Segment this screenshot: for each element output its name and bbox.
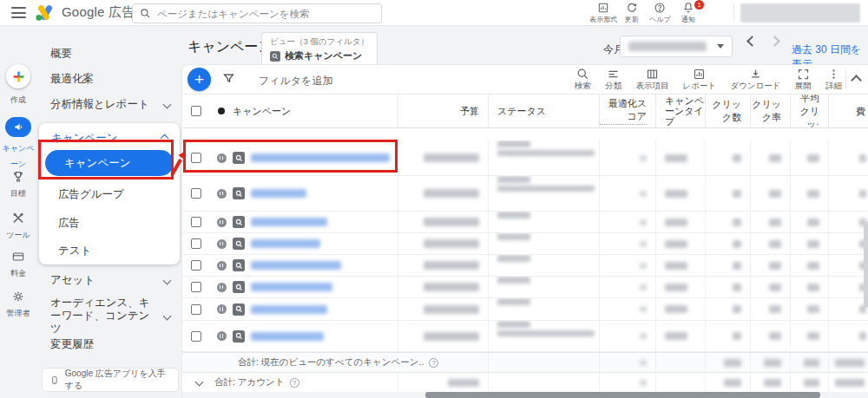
search-table-button[interactable]: 検索: [575, 66, 591, 92]
campaigns-table-card: + フィルタを追加 検索 分類 表示項目: [182, 65, 868, 398]
row-checkbox[interactable]: [191, 188, 201, 199]
page-title: キャンペーン: [187, 38, 273, 56]
vertical-scrollbar-thumb[interactable]: [864, 221, 868, 308]
row-checkbox[interactable]: [191, 153, 201, 163]
rail-admin[interactable]: 管理者: [0, 290, 36, 319]
sidebar-item-assets[interactable]: アセット: [50, 273, 182, 288]
refresh-button[interactable]: 更新: [619, 2, 645, 25]
redacted-avg-cpc: [807, 190, 819, 198]
search-campaign-icon: [233, 216, 245, 228]
campaign-name-redacted[interactable]: [251, 218, 327, 226]
collapse-toolbar-icon[interactable]: [851, 75, 862, 86]
sidebar-item-campaigns-selected[interactable]: キャンペーン: [45, 150, 174, 176]
help-button[interactable]: ヘルプ: [647, 2, 673, 25]
totals-account-row: 合計: アカウント?: [182, 372, 868, 392]
search-icon: [140, 8, 151, 19]
col-clicks[interactable]: クリック数: [705, 95, 750, 127]
col-opt-score[interactable]: 最適化スコア: [599, 95, 655, 127]
campaign-name-redacted[interactable]: [251, 305, 327, 314]
expand-button[interactable]: 展開: [795, 66, 812, 92]
col-status[interactable]: ステータス: [488, 95, 599, 127]
sidebar-item-experiments[interactable]: テスト: [58, 244, 91, 258]
row-checkbox[interactable]: [191, 304, 201, 315]
sidebar-item-audiences[interactable]: オーディエンス、キーワード、コンテンツ: [50, 297, 182, 336]
redacted-optscore: [640, 333, 647, 339]
campaign-name-redacted[interactable]: [251, 239, 320, 248]
sidebar-item-change-history[interactable]: 変更履歴: [50, 337, 182, 352]
col-campaign-type[interactable]: キャンペーンタイプ: [655, 95, 705, 127]
rail-goals[interactable]: 目標: [0, 170, 36, 199]
sidebar-item-ad-groups[interactable]: 広告グループ: [58, 187, 124, 202]
search-campaign-icon: [233, 259, 245, 271]
campaign-name-redacted[interactable]: [251, 153, 390, 162]
ads-triangle-icon: [35, 3, 56, 22]
col-ctr[interactable]: クリック率: [750, 95, 790, 127]
more-button[interactable]: 詳細: [825, 66, 842, 92]
redacted-ctr: [769, 305, 781, 313]
chevron-down-icon[interactable]: [195, 377, 204, 386]
campaign-name-redacted[interactable]: [251, 283, 332, 291]
col-budget[interactable]: 予算: [398, 95, 488, 127]
budget-cell: [398, 298, 488, 320]
col-avg-cpc[interactable]: 平均クリッ·: [790, 95, 828, 127]
table-gap: [182, 128, 868, 140]
menu-icon[interactable]: [11, 7, 26, 18]
account-info-redacted[interactable]: [740, 3, 860, 23]
segment-button[interactable]: 分類: [605, 66, 621, 92]
campaign-name-redacted[interactable]: [251, 189, 306, 198]
redacted-budget: [424, 218, 479, 226]
horizontal-scrollbar-thumb[interactable]: [425, 392, 820, 398]
row-checkbox[interactable]: [191, 217, 201, 227]
global-search[interactable]: [132, 3, 382, 23]
avg-cpc-cell: [790, 277, 828, 297]
col-campaign[interactable]: キャンペーン: [233, 95, 398, 127]
segment-icon: [607, 68, 620, 81]
row-checkbox[interactable]: [191, 238, 201, 249]
rail-campaigns-active[interactable]: [5, 117, 31, 137]
redacted-clicks: [733, 154, 741, 162]
sidebar-item-campaigns-parent[interactable]: キャンペーン: [51, 131, 168, 146]
report-button[interactable]: レポート: [683, 66, 717, 92]
redacted-type: [665, 219, 687, 226]
ctr-cell: [750, 176, 790, 211]
date-range-selector[interactable]: [620, 36, 733, 57]
select-all-checkbox[interactable]: [191, 106, 201, 116]
sidebar-item-ads[interactable]: 広告: [58, 216, 80, 231]
redacted-budget: [424, 189, 479, 198]
row-checkbox[interactable]: [191, 282, 201, 292]
help-icon[interactable]: ?: [429, 358, 438, 368]
get-app-promo[interactable]: Google 広告アプリを入手する: [42, 368, 179, 392]
campaign-name-redacted[interactable]: [251, 332, 324, 341]
paused-status-icon: [217, 304, 227, 314]
sidebar-item-insights[interactable]: 分析情報とレポート: [50, 97, 182, 112]
previous-period-button[interactable]: [746, 36, 758, 47]
columns-button[interactable]: 表示項目: [635, 66, 668, 92]
next-period-button[interactable]: [769, 36, 780, 47]
appearance-button[interactable]: 表示形式: [590, 2, 616, 25]
create-button[interactable]: [6, 64, 30, 88]
notifications-button[interactable]: 1 通知: [675, 2, 701, 25]
redacted-clicks: [724, 379, 741, 387]
chevron-down-icon: [163, 101, 172, 109]
columns-icon: [646, 68, 659, 81]
view-filter-chip[interactable]: ビュー（3 個のフィルタ） 検索キャンペーン: [261, 32, 378, 68]
redacted-status: [497, 298, 530, 305]
sidebar-item-recommendations[interactable]: 最適化案: [50, 72, 182, 87]
rail-tools[interactable]: ツール: [0, 212, 36, 241]
optscore-cell: [599, 233, 655, 254]
sidebar-item-overview[interactable]: 概要: [50, 47, 182, 62]
campaign-cell: [233, 212, 398, 232]
row-checkbox[interactable]: [191, 331, 201, 342]
campaign-name-redacted[interactable]: [251, 261, 341, 270]
help-icon[interactable]: ?: [290, 378, 299, 388]
campaigns-flyout-card: キャンペーン キャンペーン 広告グループ 広告 テスト: [39, 123, 180, 264]
global-search-input[interactable]: [157, 9, 374, 19]
add-filter-button[interactable]: フィルタを追加: [259, 74, 332, 88]
download-button[interactable]: ダウンロード: [730, 66, 780, 92]
filter-icon[interactable]: [222, 72, 235, 85]
col-cost[interactable]: 費: [828, 95, 868, 127]
type-cell: [655, 255, 705, 276]
rail-billing[interactable]: 料金: [0, 250, 36, 279]
new-campaign-button[interactable]: +: [187, 68, 211, 91]
row-checkbox[interactable]: [191, 260, 201, 271]
